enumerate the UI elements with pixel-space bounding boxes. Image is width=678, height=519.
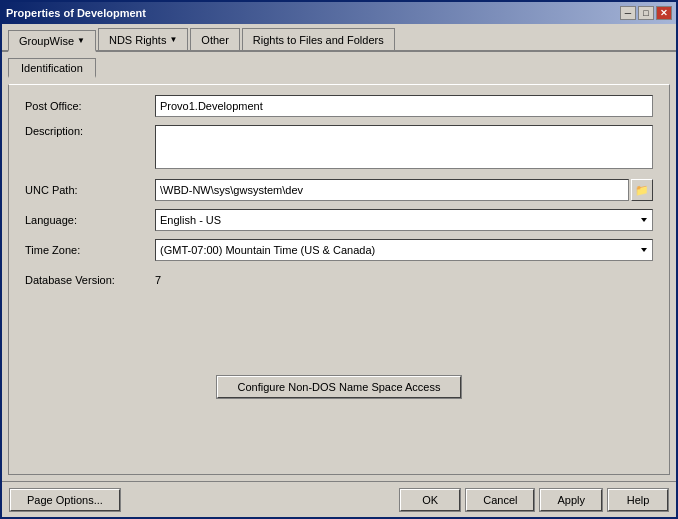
title-bar: Properties of Development ─ □ ✕ <box>2 2 676 24</box>
tab-groupwise-label: GroupWise <box>19 35 74 47</box>
spacer <box>25 299 653 358</box>
main-window: Properties of Development ─ □ ✕ GroupWis… <box>0 0 678 519</box>
unc-path-label: UNC Path: <box>25 184 155 196</box>
footer-right: OK Cancel Apply Help <box>400 489 668 511</box>
language-control: English - US French German Spanish <box>155 209 653 231</box>
db-version-row: Database Version: 7 <box>25 269 653 291</box>
folder-browse-button[interactable]: 📁 <box>631 179 653 201</box>
post-office-control <box>155 95 653 117</box>
tab-groupwise[interactable]: GroupWise ▼ <box>8 30 96 52</box>
footer: Page Options... OK Cancel Apply Help <box>2 481 676 517</box>
help-button[interactable]: Help <box>608 489 668 511</box>
description-input[interactable] <box>155 125 653 169</box>
content-area: Identification Post Office: Description: <box>2 52 676 481</box>
cancel-button[interactable]: Cancel <box>466 489 534 511</box>
post-office-label: Post Office: <box>25 100 155 112</box>
sub-tab-bar: Identification <box>8 58 670 78</box>
timezone-control: (GMT-07:00) Mountain Time (US & Canada) … <box>155 239 653 261</box>
timezone-row: Time Zone: (GMT-07:00) Mountain Time (US… <box>25 239 653 261</box>
spacer2 <box>25 406 653 465</box>
tab-other-label: Other <box>201 34 229 46</box>
db-version-control: 7 <box>155 274 653 286</box>
timezone-select[interactable]: (GMT-07:00) Mountain Time (US & Canada) … <box>155 239 653 261</box>
configure-btn-area: Configure Non-DOS Name Space Access <box>25 376 653 398</box>
description-label: Description: <box>25 125 155 137</box>
sub-tab-identification-label: Identification <box>21 62 83 74</box>
language-label: Language: <box>25 214 155 226</box>
apply-button[interactable]: Apply <box>540 489 602 511</box>
tab-nds-rights[interactable]: NDS Rights ▼ <box>98 28 188 50</box>
folder-icon: 📁 <box>635 184 649 197</box>
tab-other[interactable]: Other <box>190 28 240 50</box>
ok-button[interactable]: OK <box>400 489 460 511</box>
form-panel: Post Office: Description: UNC Path: 📁 <box>8 84 670 475</box>
configure-button[interactable]: Configure Non-DOS Name Space Access <box>217 376 462 398</box>
post-office-row: Post Office: <box>25 95 653 117</box>
description-row: Description: <box>25 125 653 171</box>
unc-path-row: UNC Path: 📁 <box>25 179 653 201</box>
nds-rights-dropdown-icon: ▼ <box>169 35 177 44</box>
title-bar-buttons: ─ □ ✕ <box>620 6 672 20</box>
language-select[interactable]: English - US French German Spanish <box>155 209 653 231</box>
groupwise-dropdown-icon: ▼ <box>77 36 85 45</box>
unc-path-input[interactable] <box>155 179 629 201</box>
maximize-button[interactable]: □ <box>638 6 654 20</box>
minimize-button[interactable]: ─ <box>620 6 636 20</box>
tab-rights-files-folders[interactable]: Rights to Files and Folders <box>242 28 395 50</box>
description-control <box>155 125 653 171</box>
footer-left: Page Options... <box>10 489 120 511</box>
post-office-input[interactable] <box>155 95 653 117</box>
db-version-value: 7 <box>155 274 161 286</box>
unc-path-control: 📁 <box>155 179 653 201</box>
sub-tab-identification[interactable]: Identification <box>8 58 96 78</box>
language-row: Language: English - US French German Spa… <box>25 209 653 231</box>
tab-bar: GroupWise ▼ NDS Rights ▼ Other Rights to… <box>2 24 676 52</box>
close-button[interactable]: ✕ <box>656 6 672 20</box>
page-options-button[interactable]: Page Options... <box>10 489 120 511</box>
window-title: Properties of Development <box>6 7 146 19</box>
tab-rights-files-folders-label: Rights to Files and Folders <box>253 34 384 46</box>
timezone-label: Time Zone: <box>25 244 155 256</box>
tab-nds-rights-label: NDS Rights <box>109 34 166 46</box>
db-version-label: Database Version: <box>25 274 155 286</box>
